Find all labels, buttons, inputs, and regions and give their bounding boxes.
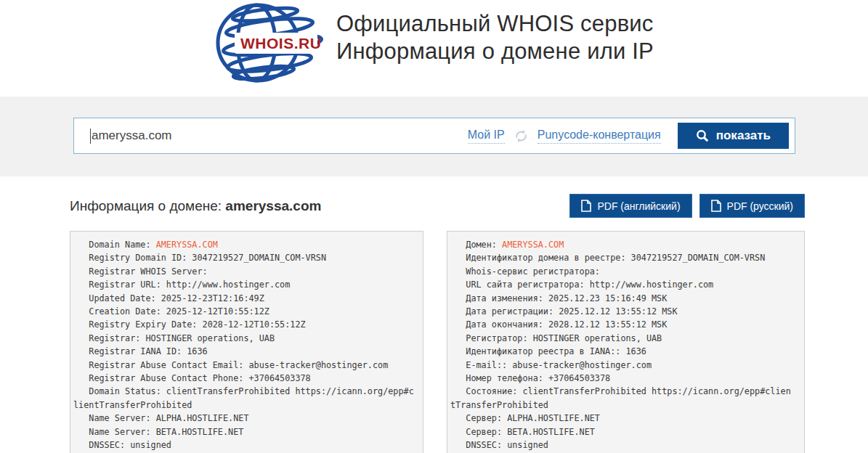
pdf-english-label: PDF (английский) — [597, 200, 680, 212]
whois-globe-logo: WHOIS.RU — [214, 3, 330, 83]
site-header: WHOIS.RU Официальный WHOIS сервис Информ… — [0, 0, 868, 97]
search-box: Мой IP Punycode-конвертация — [73, 118, 795, 154]
whois-text-russian: Домен: AMERYSSA.COM Идентификатор домена… — [450, 238, 794, 452]
pdf-russian-button[interactable]: PDF (русский) — [699, 194, 805, 218]
domain-search-input[interactable] — [74, 118, 468, 153]
search-section: Мой IP Punycode-конвертация — [0, 97, 868, 176]
text-caret — [90, 128, 91, 144]
logo-text: WHOIS.RU — [240, 35, 321, 52]
result-heading: Информация о домене: ameryssa.com — [70, 198, 321, 214]
whois-panel-russian: Домен: AMERYSSA.COM Идентификатор домена… — [447, 231, 805, 453]
search-controls: Мой IP Punycode-конвертация — [468, 123, 795, 149]
show-button[interactable]: показать — [678, 123, 789, 149]
my-ip-link[interactable]: Мой IP — [468, 128, 505, 144]
pdf-russian-label: PDF (русский) — [727, 200, 793, 212]
whois-ru-first-label: Домен: — [450, 240, 502, 250]
whois-en-first-label: Domain Name: — [73, 240, 156, 250]
whois-ru-domain-highlight: AMERYSSA.COM — [502, 240, 564, 250]
site-title-line2: Информация о домене или IP — [336, 38, 654, 65]
brand[interactable]: WHOIS.RU Официальный WHOIS сервис Информ… — [214, 0, 654, 97]
pdf-english-button[interactable]: PDF (английский) — [569, 194, 691, 218]
punycode-link[interactable]: Punycode-конвертация — [538, 128, 661, 144]
site-titles: Официальный WHOIS сервис Информация о до… — [336, 3, 654, 65]
punycode-refresh-icon[interactable] — [514, 129, 528, 143]
result-domain: ameryssa.com — [225, 198, 321, 213]
search-icon — [696, 129, 709, 142]
result-header: Информация о домене: ameryssa.com PDF (а… — [70, 194, 805, 218]
whois-text-english: Domain Name: AMERYSSA.COM Registry Domai… — [73, 238, 417, 452]
pdf-icon — [711, 200, 721, 212]
whois-en-domain-highlight: AMERYSSA.COM — [156, 240, 218, 250]
whois-en-body: Registry Domain ID: 3047219527_DOMAIN_CO… — [73, 253, 414, 450]
whois-panel-english: Domain Name: AMERYSSA.COM Registry Domai… — [70, 231, 423, 453]
results-area: Информация о домене: ameryssa.com PDF (а… — [70, 194, 805, 453]
site-title-line1: Официальный WHOIS сервис — [336, 10, 654, 38]
whois-ru-body: Идентификатор домена в реестре: 30472195… — [450, 253, 791, 450]
show-button-label: показать — [716, 128, 771, 143]
pdf-buttons: PDF (английский) PDF (русский) — [569, 194, 805, 218]
whois-panels: Domain Name: AMERYSSA.COM Registry Domai… — [70, 231, 805, 453]
pdf-icon — [581, 200, 591, 212]
result-heading-prefix: Информация о домене: — [70, 198, 225, 213]
